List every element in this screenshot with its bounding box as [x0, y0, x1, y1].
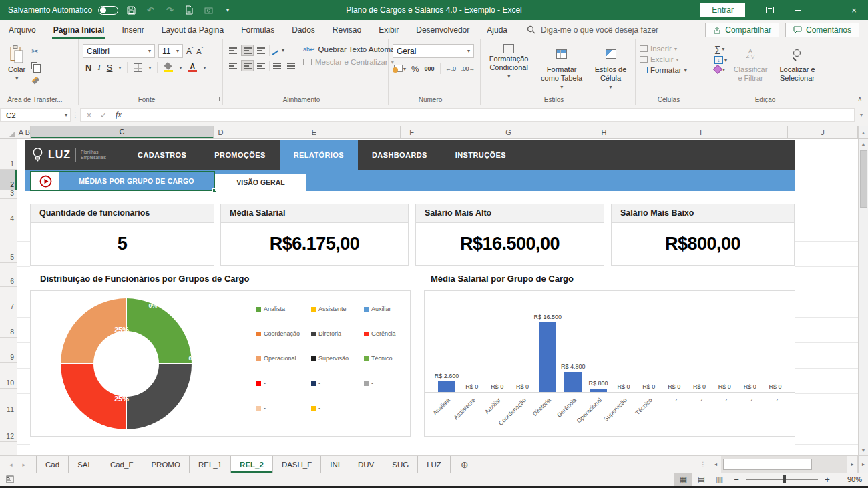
horizontal-scrollbar[interactable]: [721, 456, 847, 473]
column-header-c[interactable]: C: [31, 126, 214, 138]
copy-button[interactable]: [29, 59, 43, 72]
underline-button[interactable]: S: [107, 63, 113, 73]
column-header-a[interactable]: A: [17, 126, 25, 138]
nav-item-dashboards[interactable]: DASHBOARDS: [358, 140, 441, 170]
minimize-button[interactable]: [784, 0, 812, 20]
restore-button[interactable]: [812, 0, 840, 20]
font-dialog-launcher[interactable]: [216, 97, 220, 101]
row-header-3[interactable]: 3: [0, 190, 17, 199]
scroll-up-icon[interactable]: ▲: [858, 126, 868, 138]
clipboard-dialog-launcher[interactable]: [71, 97, 75, 101]
align-right-icon[interactable]: [255, 60, 268, 71]
row-header-8[interactable]: 8: [0, 312, 17, 338]
collapse-ribbon-icon[interactable]: ∧: [857, 95, 862, 102]
vertical-scroll-thumb[interactable]: [860, 150, 867, 208]
ribbon-tab-ajuda[interactable]: Ajuda: [478, 20, 516, 39]
font-color-icon[interactable]: A: [188, 63, 197, 72]
play-button[interactable]: [31, 172, 59, 190]
number-format-select[interactable]: Geral: [393, 44, 474, 58]
sheet-tab-promo[interactable]: PROMO: [142, 456, 189, 473]
nav-item-instrucoes[interactable]: INSTRUÇÕES: [441, 140, 520, 170]
row-header-4[interactable]: 4: [0, 199, 17, 224]
row-header-9[interactable]: 9: [0, 338, 17, 363]
decrease-font-icon[interactable]: Aˇ: [196, 47, 203, 55]
ribbon-tab-inserir[interactable]: Inserir: [113, 20, 152, 39]
row-header-7[interactable]: 7: [0, 287, 17, 312]
sheet-tab-rel-1[interactable]: REL_1: [190, 456, 231, 473]
print-preview-icon[interactable]: [182, 5, 196, 15]
hscroll-left-icon[interactable]: ◂: [710, 456, 721, 473]
cell-styles-button[interactable]: Estilos de Célula: [590, 43, 631, 93]
redo-icon[interactable]: ↷: [163, 5, 176, 15]
prev-sheet-icon[interactable]: ◂: [9, 461, 13, 468]
nav-item-promocoes[interactable]: PROMOÇÕES: [200, 140, 279, 170]
comma-style-button[interactable]: 000: [425, 65, 435, 72]
row-header-11[interactable]: 11: [0, 389, 17, 415]
horizontal-scroll-thumb[interactable]: [723, 459, 812, 470]
decrease-indent-icon[interactable]: [271, 60, 284, 71]
increase-font-icon[interactable]: Aˆ: [186, 47, 193, 56]
close-button[interactable]: ×: [840, 0, 868, 20]
autosave-toggle[interactable]: [98, 6, 118, 15]
format-as-table-button[interactable]: Formatar como Tabela: [534, 43, 589, 93]
formula-bar-splitter[interactable]: ⋮: [71, 111, 80, 119]
sheet-tab-duv[interactable]: DUV: [349, 456, 383, 473]
qat-dropdown-icon[interactable]: ▾: [221, 7, 234, 13]
sheet-tab-cad[interactable]: Cad: [36, 456, 69, 473]
row-header-5[interactable]: 5: [0, 224, 17, 263]
formula-input[interactable]: [128, 108, 855, 122]
undo-icon[interactable]: ↶: [144, 5, 157, 15]
view-normal-button[interactable]: ▦: [674, 473, 692, 486]
fill-color-icon[interactable]: [164, 63, 173, 72]
insert-cells-button[interactable]: Inserir: [640, 45, 706, 53]
sheet-tab-rel-2[interactable]: REL_2: [231, 456, 273, 473]
next-sheet-icon[interactable]: ▸: [23, 461, 26, 468]
zoom-level[interactable]: 90%: [835, 475, 862, 483]
vertical-scrollbar[interactable]: ▲ ▼: [858, 139, 868, 455]
ribbon-tab-desenvolvedor[interactable]: Desenvolvedor: [407, 20, 478, 39]
cancel-entry-icon[interactable]: ×: [87, 111, 91, 120]
macro-record-icon[interactable]: [0, 475, 15, 483]
camera-icon[interactable]: [202, 7, 215, 14]
bar-diretoria[interactable]: [539, 322, 556, 392]
orientation-icon[interactable]: [271, 46, 280, 55]
column-header-f[interactable]: F: [401, 126, 423, 138]
sheet-tab-ini[interactable]: INI: [321, 456, 349, 473]
zoom-in-button[interactable]: +: [819, 475, 835, 485]
ribbon-tab-revisao[interactable]: Revisão: [324, 20, 370, 39]
signin-button[interactable]: Entrar: [700, 3, 745, 17]
align-bottom-icon[interactable]: [255, 45, 268, 56]
zoom-out-button[interactable]: −: [728, 475, 744, 485]
column-header-b[interactable]: B: [25, 126, 31, 138]
row-header-6[interactable]: 6: [0, 263, 17, 287]
row-header-13[interactable]: 13: [0, 442, 17, 455]
font-name-select[interactable]: Calibri: [83, 44, 155, 58]
view-page-break-button[interactable]: ▥: [710, 473, 728, 486]
name-box[interactable]: C2: [0, 108, 71, 122]
percent-style-button[interactable]: %: [411, 64, 419, 74]
align-middle-icon[interactable]: [241, 45, 254, 56]
autosum-button[interactable]: ∑: [714, 44, 727, 54]
sheet-tab-dash-f[interactable]: DASH_F: [273, 456, 321, 473]
decrease-decimal-icon[interactable]: .00→: [461, 65, 475, 72]
sheet-tab-luz[interactable]: LUZ: [418, 456, 451, 473]
column-header-i[interactable]: I: [614, 126, 788, 138]
fill-button[interactable]: ↓: [714, 56, 727, 64]
add-sheet-button[interactable]: ⊕: [451, 456, 479, 473]
view-page-layout-button[interactable]: ▤: [692, 473, 710, 486]
confirm-entry-icon[interactable]: ✓: [100, 111, 107, 120]
sheet-tab-sug[interactable]: SUG: [383, 456, 418, 473]
row-header-2[interactable]: 2: [0, 170, 17, 190]
number-dialog-launcher[interactable]: [473, 97, 477, 101]
sheet-tab-cad-f[interactable]: Cad_F: [101, 456, 143, 473]
sort-filter-button[interactable]: AZ ▽ Classificar e Filtrar: [729, 43, 772, 84]
bold-button[interactable]: N: [85, 63, 91, 73]
align-top-icon[interactable]: [227, 45, 240, 56]
ribbon-tab-arquivo[interactable]: Arquivo: [0, 20, 45, 39]
align-center-icon[interactable]: [241, 60, 254, 71]
column-header-e[interactable]: E: [228, 126, 401, 138]
borders-icon[interactable]: [134, 63, 142, 72]
cut-button[interactable]: ✂: [29, 45, 43, 57]
accounting-format-icon[interactable]: [394, 65, 398, 73]
styles-dialog-launcher[interactable]: [628, 97, 632, 101]
